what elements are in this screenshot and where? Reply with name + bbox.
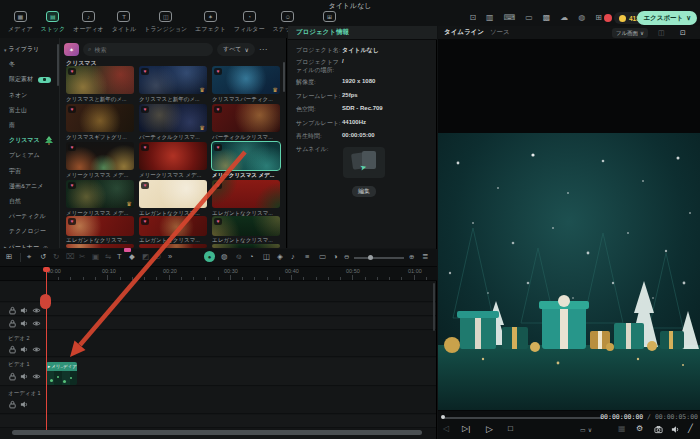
sidebar-item-premium[interactable]: プレミアム xyxy=(0,148,60,163)
sticker-tool-icon[interactable]: ☺ xyxy=(235,253,243,261)
grid-scrollbar[interactable] xyxy=(283,62,285,92)
record-indicator[interactable] xyxy=(604,14,612,22)
device-icon[interactable]: ▥ xyxy=(486,13,494,22)
screen-record-icon[interactable]: ⊡ xyxy=(469,13,476,22)
tab-transition[interactable]: ◫トランジション xyxy=(140,11,191,34)
mute-track-icon[interactable] xyxy=(20,319,29,328)
compare-view-icon[interactable]: ◫ xyxy=(658,29,665,36)
cloud-icon[interactable]: ☁ xyxy=(560,13,568,22)
export-button[interactable]: エクスポート ∨ xyxy=(637,11,697,25)
tab-filter[interactable]: ◔フィルター xyxy=(230,11,269,34)
timeline-lane[interactable] xyxy=(0,415,436,428)
pointer-tool-icon[interactable]: ⌖ xyxy=(27,253,31,261)
play-icon[interactable]: ▷ xyxy=(486,425,493,434)
sidebar-item-christmas[interactable]: クリスマス xyxy=(0,133,60,148)
redo-icon[interactable]: ↻ xyxy=(53,253,59,261)
playhead-handle[interactable] xyxy=(40,294,51,309)
tab-stock[interactable]: ▤ストック xyxy=(37,11,70,34)
stock-item[interactable]: ♥ xyxy=(66,104,134,132)
stock-item[interactable]: ♥ xyxy=(66,142,134,170)
quality-icon[interactable]: ⚙ xyxy=(636,425,643,433)
ripple-edit-icon[interactable]: ▭ xyxy=(319,253,326,261)
hide-track-icon[interactable] xyxy=(32,319,41,328)
zoom-out-icon[interactable]: ⊖ xyxy=(344,254,349,261)
track-row-compact[interactable] xyxy=(0,303,436,316)
tab-media[interactable]: ▦メディア xyxy=(4,11,37,34)
edit-thumbnail-button[interactable]: 編集 xyxy=(352,186,376,197)
previous-frame-icon[interactable]: ◁ xyxy=(443,425,449,433)
tab-title[interactable]: Tタイトル xyxy=(108,11,141,34)
stock-item[interactable]: ♥♛ xyxy=(139,104,207,132)
sidebar-item-partner[interactable]: ▸パートナー⊕ xyxy=(0,239,60,248)
monitor-icon[interactable]: ▭ xyxy=(525,13,533,22)
image-icon[interactable]: ▩ xyxy=(543,13,551,22)
lock-track-icon[interactable] xyxy=(8,400,17,409)
sidebar-item-technology[interactable]: テクノロジー xyxy=(0,224,60,239)
stock-item[interactable]: ♥ xyxy=(66,66,134,94)
stock-item[interactable]: ♥ xyxy=(139,216,207,236)
sidebar-item-winter[interactable]: 冬 xyxy=(0,57,60,72)
marker-icon[interactable]: ◍ xyxy=(221,253,228,261)
timeline-clip-header[interactable]: ▸メリ..ディア xyxy=(46,362,77,371)
stock-item[interactable]: ♥♛ xyxy=(212,66,280,94)
mic-icon[interactable]: ◍ xyxy=(578,13,585,22)
timeline-zoom-slider[interactable] xyxy=(354,257,404,259)
fit-dropdown[interactable]: フル画面∨ xyxy=(612,28,648,38)
stock-item[interactable]: ♥♛ xyxy=(66,180,134,208)
more-tools-icon[interactable]: » xyxy=(168,253,172,261)
sidebar-item-space[interactable]: 宇宙 xyxy=(0,164,60,179)
sidebar-item-rain[interactable]: 雨 xyxy=(0,118,60,133)
stock-item-selected[interactable]: ♥ xyxy=(212,142,280,170)
playhead[interactable] xyxy=(46,267,47,430)
zoom-tool-icon[interactable]: ⊙ xyxy=(155,253,161,261)
stock-source-icon[interactable]: ✶ xyxy=(64,43,79,56)
stock-item[interactable]: ♥ xyxy=(66,216,134,236)
sidebar-item-neon[interactable]: ネオン xyxy=(0,88,60,103)
text-tool-icon[interactable]: T xyxy=(117,253,122,261)
speed-icon[interactable]: ◔ xyxy=(249,253,254,261)
search-input[interactable] xyxy=(94,47,194,53)
timeline-horizontal-scrollbar[interactable] xyxy=(12,430,422,435)
track-audio1[interactable] xyxy=(0,387,436,414)
track-row-compact[interactable] xyxy=(0,317,436,330)
transition-tool-icon[interactable]: ◫ xyxy=(263,253,270,261)
video-preview[interactable] xyxy=(438,133,700,410)
mixer-icon[interactable]: ≡ xyxy=(305,253,309,261)
sidebar-scrollbar[interactable] xyxy=(57,44,59,86)
tab-audio[interactable]: ♪オーディオ xyxy=(69,11,108,34)
timeline-lane[interactable] xyxy=(0,282,436,302)
aspect-ratio-dropdown[interactable]: ▭∨ xyxy=(580,426,592,433)
timeline-clip-filmstrip[interactable] xyxy=(46,371,77,385)
timeline-zoom-knob[interactable] xyxy=(368,255,373,260)
media-browser-toggle-icon[interactable]: ⊞ xyxy=(6,253,12,261)
tab-effect[interactable]: ✶エフェクト xyxy=(191,11,230,34)
filter-dropdown[interactable]: すべて∨ xyxy=(217,43,255,56)
hide-track-icon[interactable] xyxy=(32,306,41,315)
track-video2[interactable] xyxy=(0,331,436,357)
sidebar-item-limited[interactable]: 限定素材 xyxy=(0,72,60,87)
delete-icon[interactable]: ⌧ xyxy=(66,253,75,261)
apps-icon[interactable]: ⊞ xyxy=(595,13,602,22)
seek-knob[interactable] xyxy=(441,415,445,419)
stock-item[interactable]: ♥♛ xyxy=(139,66,207,94)
next-frame-icon[interactable]: ▷| xyxy=(462,425,470,433)
sidebar-item-nature[interactable]: 自然 xyxy=(0,194,60,209)
stock-item[interactable]: ♥ xyxy=(139,180,207,208)
mask-icon[interactable]: ◩ xyxy=(142,253,149,261)
split-icon[interactable]: ✂ xyxy=(79,253,85,261)
undo-icon[interactable]: ↺ xyxy=(40,253,46,261)
lock-track-icon[interactable] xyxy=(8,306,17,315)
stock-item[interactable]: ♥ xyxy=(212,180,280,208)
crop-icon[interactable]: ▣ xyxy=(92,253,99,261)
sidebar-item-library[interactable]: ▾ライブラリ xyxy=(0,42,60,57)
flip-icon[interactable]: ⇋ xyxy=(105,253,111,261)
tab-source-preview[interactable]: ソース xyxy=(490,28,510,37)
zoom-in-icon[interactable]: ⊕ xyxy=(409,254,414,261)
lock-track-icon[interactable] xyxy=(8,319,17,328)
lock-track-icon[interactable] xyxy=(8,372,17,381)
stop-icon[interactable]: □ xyxy=(508,425,513,433)
mute-icon[interactable] xyxy=(671,425,680,436)
hide-track-icon[interactable] xyxy=(32,345,41,354)
sidebar-item-fuji[interactable]: 富士山 xyxy=(0,103,60,118)
audio-tool-icon[interactable]: ♪ xyxy=(291,253,295,261)
